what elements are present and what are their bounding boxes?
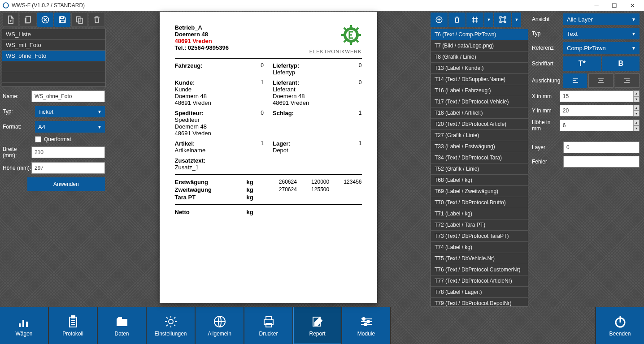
element-item[interactable]: T70 (Text / DbProtocol.Brutto) bbox=[431, 197, 528, 208]
bold-button[interactable]: B bbox=[602, 56, 640, 71]
nav-waegen[interactable]: Wägen bbox=[0, 307, 48, 344]
ausrichtung-label: Ausrichtung bbox=[532, 77, 563, 84]
save-button[interactable] bbox=[54, 13, 70, 27]
x-spin-up[interactable]: ▲ bbox=[633, 90, 640, 96]
element-item[interactable]: T76 (Text / DbProtocol.CustomerNr) bbox=[431, 264, 528, 275]
align-left-button[interactable] bbox=[563, 73, 587, 88]
element-item[interactable]: T7 (Bild / data/Logo.png) bbox=[431, 40, 528, 52]
typ-prop-select[interactable]: Text▼ bbox=[563, 28, 640, 39]
close-button[interactable]: ✕ bbox=[623, 0, 641, 11]
y-spin-down[interactable]: ▼ bbox=[633, 111, 640, 116]
element-item[interactable]: T18 (Label / Artikel:) bbox=[431, 108, 528, 119]
apply-button[interactable]: Anwenden bbox=[27, 177, 105, 191]
y-spin-up[interactable]: ▲ bbox=[633, 105, 640, 111]
svg-rect-22 bbox=[71, 316, 75, 318]
name-input[interactable] bbox=[31, 90, 105, 102]
maximize-button[interactable]: ☐ bbox=[605, 0, 623, 11]
report-preview: Betrieb_A Doemern 48 48691 Vreden Tel.: … bbox=[160, 12, 377, 303]
element-item[interactable]: T13 (Label / Kunde:) bbox=[431, 63, 528, 74]
delete-button[interactable] bbox=[89, 13, 105, 27]
ansicht-label: Ansicht bbox=[532, 16, 563, 22]
copy-file-button[interactable] bbox=[20, 13, 36, 27]
format-label: Format: bbox=[3, 124, 35, 130]
nav-drucker[interactable]: Drucker bbox=[244, 307, 292, 344]
h-spin-up[interactable]: ▲ bbox=[633, 120, 640, 125]
schriftart-label: Schriftart bbox=[532, 60, 563, 67]
element-item[interactable]: T75 (Text / DbVehicle.Nr) bbox=[431, 253, 528, 264]
h-spin-down[interactable]: ▼ bbox=[633, 125, 640, 131]
nav-module[interactable]: Module bbox=[342, 307, 390, 344]
h-label: Höhe in mm bbox=[532, 119, 560, 132]
element-item[interactable]: T68 (Label / kg) bbox=[431, 175, 528, 186]
svg-line-12 bbox=[344, 28, 346, 30]
font-button[interactable]: T* bbox=[563, 56, 601, 71]
element-item[interactable]: T33 (Label / Erstwägung) bbox=[431, 141, 528, 152]
nav-allgemein[interactable]: Allgemein bbox=[196, 307, 244, 344]
nav-einstellungen[interactable]: Einstellungen bbox=[147, 307, 195, 344]
fit-button[interactable] bbox=[494, 13, 511, 27]
new-file-button[interactable] bbox=[3, 13, 19, 27]
fehler-input[interactable] bbox=[563, 156, 640, 168]
element-item[interactable]: T27 (Grafik / Linie) bbox=[431, 130, 528, 141]
grid-button[interactable] bbox=[466, 13, 483, 27]
element-item[interactable]: T14 (Text / DbSupplier.Name) bbox=[431, 74, 528, 85]
grid-dropdown[interactable]: ▼ bbox=[484, 13, 493, 27]
querformat-checkbox[interactable] bbox=[35, 136, 41, 142]
hoehe-input[interactable] bbox=[31, 162, 105, 174]
logo-icon bbox=[340, 24, 362, 46]
element-list[interactable]: T6 (Text / Comp.PlzTown)T7 (Bild / data/… bbox=[431, 29, 528, 307]
list-item[interactable]: WS_Liste bbox=[2, 29, 105, 40]
list-item[interactable]: WS_ohne_Foto bbox=[2, 51, 105, 61]
svg-line-13 bbox=[356, 40, 358, 42]
nav-beenden[interactable]: Beenden bbox=[596, 307, 644, 344]
nav-report[interactable]: Report bbox=[293, 307, 341, 344]
list-item[interactable]: WS_mit_Foto bbox=[2, 40, 105, 51]
minimize-button[interactable]: ─ bbox=[587, 0, 605, 11]
nav-daten[interactable]: Daten bbox=[98, 307, 146, 344]
duplicate-button[interactable] bbox=[71, 13, 87, 27]
fit-dropdown[interactable]: ▼ bbox=[512, 13, 521, 27]
svg-rect-17 bbox=[501, 18, 505, 22]
element-item[interactable]: T77 (Text / DbProtocol.ArticleNr) bbox=[431, 275, 528, 287]
element-item[interactable]: T8 (Grafik / Linie) bbox=[431, 52, 528, 63]
layer-input[interactable] bbox=[563, 142, 640, 153]
bottom-nav: Wägen Protokoll Daten Einstellungen Allg… bbox=[0, 307, 644, 344]
element-item[interactable]: T69 (Label / Zweitwägung) bbox=[431, 186, 528, 197]
element-item[interactable]: T17 (Text / DbProtocol.Vehicle) bbox=[431, 96, 528, 108]
element-item[interactable]: T16 (Label / Fahrzeug:) bbox=[431, 85, 528, 96]
align-center-button[interactable] bbox=[588, 73, 613, 88]
company-tel: Tel.: 02564-9895396 bbox=[175, 44, 229, 51]
h-input[interactable] bbox=[560, 120, 633, 131]
breite-input[interactable] bbox=[31, 146, 105, 158]
element-item[interactable]: T6 (Text / Comp.PlzTown) bbox=[431, 29, 528, 40]
svg-point-0 bbox=[3, 3, 9, 8]
nav-protokoll[interactable]: Protokoll bbox=[49, 307, 97, 344]
layer-label: Layer bbox=[532, 144, 563, 150]
typ-select[interactable]: Ticket▼ bbox=[35, 106, 105, 117]
svg-rect-18 bbox=[19, 323, 21, 327]
element-item[interactable]: T79 (Text / DbProtocol.DepotNr) bbox=[431, 298, 528, 307]
fehler-label: Fehler bbox=[532, 159, 563, 165]
y-input[interactable] bbox=[560, 105, 633, 116]
element-item[interactable]: T20 (Text / DbProtocol.Article) bbox=[431, 119, 528, 130]
svg-rect-19 bbox=[22, 320, 24, 327]
element-item[interactable]: T73 (Text / DbProtocol.TaraPT) bbox=[431, 231, 528, 242]
delete-element-button[interactable] bbox=[448, 13, 466, 27]
ansicht-select[interactable]: Alle Layer▼ bbox=[563, 13, 640, 25]
element-item[interactable]: T52 (Grafik / Linie) bbox=[431, 163, 528, 175]
referenz-label: Referenz bbox=[532, 45, 563, 51]
element-item[interactable]: T34 (Text / DbProtocol.Tara) bbox=[431, 152, 528, 163]
element-item[interactable]: T74 (Label / kg) bbox=[431, 242, 528, 253]
x-spin-down[interactable]: ▼ bbox=[633, 96, 640, 102]
element-item[interactable]: T72 (Label / Tara PT) bbox=[431, 219, 528, 231]
format-select[interactable]: A4▼ bbox=[35, 121, 105, 133]
template-list[interactable]: WS_ListeWS_mit_FotoWS_ohne_Foto bbox=[2, 29, 106, 87]
element-item[interactable]: T71 (Label / kg) bbox=[431, 208, 528, 219]
x-input[interactable] bbox=[560, 90, 633, 102]
referenz-select[interactable]: Comp.PlzTown▼ bbox=[563, 42, 640, 54]
cancel-button[interactable] bbox=[37, 13, 53, 27]
element-item[interactable]: T78 (Label / Lager:) bbox=[431, 287, 528, 298]
align-right-button[interactable] bbox=[615, 73, 640, 88]
svg-point-23 bbox=[169, 319, 173, 324]
add-element-button[interactable] bbox=[431, 13, 448, 27]
